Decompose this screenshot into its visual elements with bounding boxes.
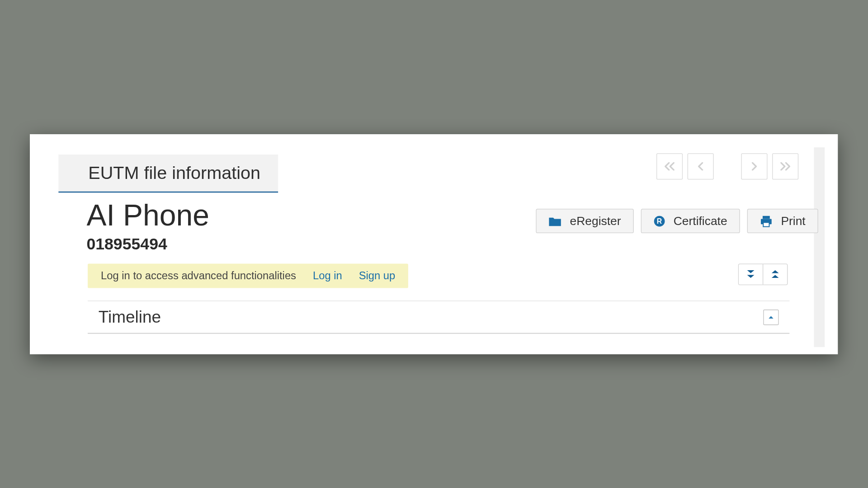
print-button[interactable]: Print (747, 209, 818, 233)
chevron-left-icon (696, 162, 704, 170)
signup-link[interactable]: Sign up (359, 270, 396, 282)
first-record-button[interactable] (656, 153, 683, 179)
login-notice: Log in to access advanced functionalitie… (88, 263, 408, 288)
folder-icon (548, 216, 561, 226)
record-title: AI Phone (86, 198, 209, 233)
svg-rect-4 (763, 222, 769, 226)
eregister-label: eRegister (570, 214, 621, 228)
login-link[interactable]: Log in (313, 270, 342, 282)
collapse-up-icon (770, 269, 780, 280)
chevron-right-icon (750, 162, 758, 170)
timeline-collapse-button[interactable] (763, 309, 778, 324)
last-record-button[interactable] (772, 153, 798, 179)
next-record-button[interactable] (741, 153, 767, 179)
expand-collapse-group (738, 263, 788, 285)
notice-text: Log in to access advanced functionalitie… (101, 270, 296, 282)
tab-eutm-file-information[interactable]: EUTM file information (58, 155, 278, 192)
eregister-button[interactable]: eRegister (536, 209, 633, 233)
scrollbar-track[interactable] (814, 147, 825, 347)
registered-icon: R (653, 215, 665, 227)
action-buttons: eRegister R Certificate Print (536, 209, 818, 233)
svg-rect-2 (762, 216, 769, 219)
previous-record-button[interactable] (688, 153, 714, 179)
print-icon (760, 215, 773, 227)
certificate-label: Certificate (674, 214, 727, 228)
timeline-title: Timeline (99, 307, 161, 326)
print-label: Print (781, 214, 805, 228)
collapse-all-button[interactable] (763, 264, 787, 285)
svg-text:R: R (656, 217, 662, 225)
caret-up-icon (768, 314, 774, 319)
double-chevron-right-icon (779, 162, 791, 170)
expand-down-icon (746, 269, 755, 280)
tab-label: EUTM file information (88, 163, 260, 183)
timeline-section-header: Timeline (88, 300, 789, 334)
expand-all-button[interactable] (739, 264, 763, 285)
tab-bar: EUTM file information (58, 155, 278, 192)
record-pager (656, 153, 798, 179)
certificate-button[interactable]: R Certificate (641, 209, 740, 233)
double-chevron-left-icon (664, 162, 675, 170)
record-number: 018955494 (86, 235, 167, 253)
